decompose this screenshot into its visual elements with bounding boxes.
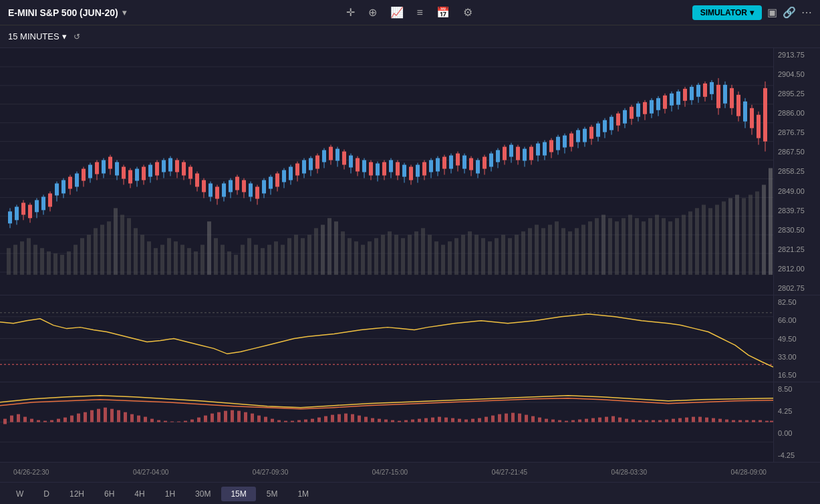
svg-rect-378 bbox=[104, 408, 107, 422]
svg-rect-363 bbox=[3, 419, 7, 424]
svg-rect-75 bbox=[428, 235, 432, 275]
period-4h[interactable]: 4H bbox=[125, 487, 154, 501]
svg-rect-27 bbox=[107, 221, 111, 275]
svg-rect-332 bbox=[690, 87, 694, 100]
period-6h[interactable]: 6H bbox=[95, 487, 124, 501]
monitor-icon[interactable]: ▣ bbox=[767, 6, 777, 19]
svg-rect-438 bbox=[505, 414, 508, 422]
svg-rect-47 bbox=[241, 245, 245, 275]
svg-rect-220 bbox=[315, 156, 319, 169]
svg-rect-298 bbox=[576, 130, 580, 142]
svg-rect-48 bbox=[247, 238, 251, 275]
svg-rect-414 bbox=[344, 414, 348, 422]
svg-rect-344 bbox=[730, 88, 734, 108]
svg-rect-238 bbox=[376, 164, 380, 176]
svg-rect-49 bbox=[254, 245, 258, 275]
svg-rect-83 bbox=[481, 238, 485, 275]
svg-rect-146 bbox=[68, 176, 72, 188]
svg-rect-376 bbox=[90, 410, 94, 422]
settings-icon[interactable]: ⚙ bbox=[463, 6, 472, 19]
svg-rect-284 bbox=[529, 147, 533, 160]
svg-rect-24 bbox=[87, 235, 91, 275]
svg-rect-20 bbox=[60, 255, 64, 275]
price-level: 2802.75 bbox=[778, 284, 816, 292]
svg-rect-26 bbox=[100, 225, 104, 275]
link-icon[interactable]: 🔗 bbox=[783, 6, 796, 19]
symbol-text: E-MINI S&P 500 (JUN-20) bbox=[8, 7, 118, 18]
svg-rect-302 bbox=[589, 127, 593, 139]
svg-rect-25 bbox=[94, 228, 98, 275]
svg-rect-142 bbox=[55, 183, 59, 195]
svg-rect-432 bbox=[464, 420, 468, 422]
svg-rect-434 bbox=[478, 418, 481, 422]
period-12h[interactable]: 12H bbox=[60, 487, 94, 501]
layers-icon[interactable]: ≡ bbox=[417, 7, 423, 19]
svg-rect-446 bbox=[558, 420, 561, 422]
svg-rect-115 bbox=[695, 208, 699, 275]
svg-rect-192 bbox=[222, 183, 226, 197]
magnet-icon[interactable]: ⊕ bbox=[368, 6, 377, 19]
svg-rect-72 bbox=[408, 235, 412, 275]
svg-rect-128 bbox=[8, 211, 12, 223]
chart-line-icon[interactable]: 📈 bbox=[390, 6, 404, 19]
price-level: 2830.50 bbox=[778, 226, 816, 234]
svg-rect-410 bbox=[317, 418, 321, 422]
svg-rect-123 bbox=[748, 195, 753, 275]
svg-rect-392 bbox=[197, 418, 200, 422]
svg-rect-373 bbox=[70, 416, 74, 422]
more-icon[interactable]: ⋯ bbox=[801, 6, 812, 19]
macd-axis: 8.50 4.25 0.00 -4.25 bbox=[773, 382, 820, 462]
svg-rect-166 bbox=[135, 169, 139, 181]
svg-rect-42 bbox=[207, 221, 211, 275]
svg-rect-382 bbox=[130, 414, 134, 422]
period-d[interactable]: D bbox=[34, 487, 59, 501]
svg-rect-476 bbox=[759, 420, 762, 422]
period-1h[interactable]: 1H bbox=[156, 487, 184, 501]
svg-rect-178 bbox=[175, 160, 179, 172]
svg-rect-424 bbox=[411, 420, 414, 422]
timeframe-selector[interactable]: 15 MINUTES ▾ bbox=[8, 31, 67, 41]
chart-toolbar: 15 MINUTES ▾ ↺ bbox=[0, 25, 820, 48]
svg-rect-272 bbox=[489, 154, 493, 167]
svg-rect-426 bbox=[424, 418, 428, 422]
svg-rect-23 bbox=[80, 238, 84, 275]
svg-rect-419 bbox=[378, 419, 381, 422]
svg-rect-101 bbox=[601, 215, 605, 275]
svg-rect-444 bbox=[545, 419, 548, 422]
period-1m[interactable]: 1M bbox=[288, 487, 318, 501]
macd-chart[interactable] bbox=[0, 382, 773, 462]
svg-rect-254 bbox=[429, 160, 433, 172]
svg-rect-388 bbox=[170, 422, 174, 422]
svg-rect-108 bbox=[648, 218, 652, 275]
svg-rect-464 bbox=[678, 418, 682, 422]
svg-rect-394 bbox=[211, 414, 214, 422]
refresh-icon[interactable]: ↺ bbox=[74, 32, 80, 41]
period-15m[interactable]: 15M bbox=[221, 487, 255, 501]
svg-rect-74 bbox=[421, 228, 425, 275]
svg-rect-387 bbox=[164, 421, 167, 422]
period-5m[interactable]: 5M bbox=[257, 487, 287, 501]
period-30m[interactable]: 30M bbox=[186, 487, 220, 501]
svg-rect-34 bbox=[154, 248, 158, 275]
calendar-icon[interactable]: 📅 bbox=[436, 6, 450, 19]
symbol-title[interactable]: E-MINI S&P 500 (JUN-20) ▾ bbox=[8, 7, 126, 18]
period-w[interactable]: W bbox=[7, 487, 33, 501]
crosshair-icon[interactable]: ✛ bbox=[346, 6, 355, 19]
svg-rect-459 bbox=[645, 420, 648, 422]
svg-rect-475 bbox=[752, 420, 755, 422]
svg-rect-55 bbox=[294, 235, 298, 275]
simulator-button[interactable]: SIMULATOR ▾ bbox=[692, 5, 762, 20]
time-label: 04/27-21:45 bbox=[492, 469, 527, 476]
svg-rect-98 bbox=[581, 225, 585, 275]
svg-rect-36 bbox=[167, 238, 171, 275]
svg-rect-386 bbox=[157, 420, 160, 422]
svg-rect-399 bbox=[244, 412, 247, 422]
rsi-svg bbox=[0, 295, 773, 382]
rsi-chart[interactable] bbox=[0, 295, 773, 382]
svg-rect-405 bbox=[284, 421, 287, 422]
svg-rect-81 bbox=[468, 231, 472, 275]
svg-rect-124 bbox=[755, 191, 759, 275]
svg-rect-276 bbox=[503, 147, 507, 160]
candlestick-chart[interactable] bbox=[0, 48, 773, 295]
svg-rect-278 bbox=[509, 145, 513, 157]
